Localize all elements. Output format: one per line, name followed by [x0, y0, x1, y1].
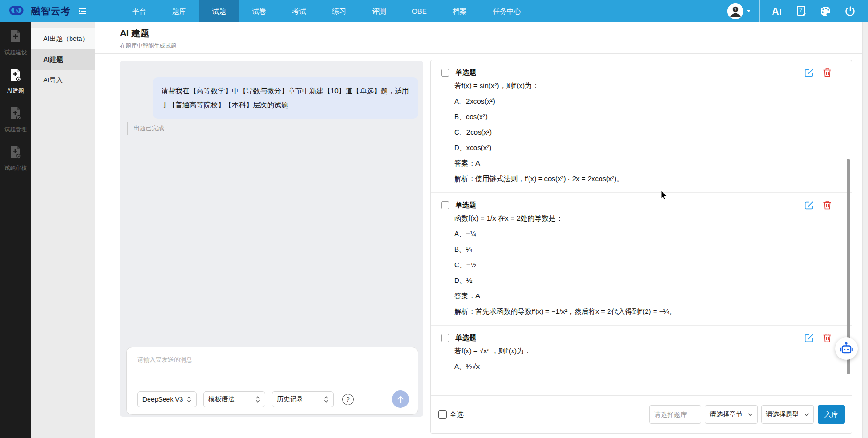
robot-icon [839, 341, 854, 356]
generated-questions-panel: 单选题 若f(x) = sin(x²)，则f′ [430, 60, 852, 434]
brand-title: 融智云考 [31, 5, 71, 17]
question-option: D、½ [454, 272, 842, 288]
chevron-updown-icon [187, 396, 191, 403]
select-all-label: 全选 [450, 410, 464, 419]
doc-plus-shield-icon [9, 145, 22, 161]
question-analysis: 解析：首先求函数的导数f′(x) = −1/x²，然后将x = 2代入得到f′(… [454, 303, 842, 319]
question-stem: 若f(x) = √x³ ，则f′(x)为： [454, 343, 842, 358]
chevron-down-icon [746, 10, 751, 15]
sidebar-item-question-review[interactable]: 试题审核 [0, 141, 31, 176]
power-logout-icon[interactable] [838, 0, 862, 22]
collapse-menu-icon[interactable] [78, 8, 87, 15]
question-stem: 若f(x) = sin(x²)，则f′(x)为： [454, 78, 842, 93]
nav-evaluation[interactable]: 评测 [359, 0, 399, 22]
edit-icon[interactable] [804, 200, 814, 210]
doc-plus-icon [9, 29, 22, 45]
nav-question-bank[interactable]: 题库 [159, 0, 199, 22]
question-option: A、2xcos(x²) [454, 93, 842, 109]
page-title: AI 建题 [120, 27, 149, 40]
question-checkbox[interactable] [441, 69, 449, 77]
template-syntax-select[interactable]: 模板语法 [203, 391, 265, 407]
avatar: ? [727, 3, 743, 19]
sidebar-item-label: 试题管理 [4, 126, 27, 134]
question-card: 单选题 函数f(x) = 1/x 在x = 2 [431, 193, 852, 326]
submenu-item-ai-build[interactable]: AI建题 [31, 49, 95, 70]
question-option: D、xcos(x²) [454, 140, 842, 155]
question-checkbox[interactable] [441, 201, 449, 209]
top-nav-items: 平台 题库 试题 试卷 考试 练习 评测 OBE 档案 任务中心 [119, 0, 534, 22]
delete-icon[interactable] [823, 333, 832, 343]
page-subtitle: 在题库中智能生成试题 [120, 42, 176, 50]
doc-plus-check-icon [9, 106, 22, 122]
delete-icon[interactable] [823, 200, 832, 210]
nav-archives[interactable]: 档案 [440, 0, 480, 22]
footer-controls: 请选择章节 请选择题型 入库 [649, 405, 845, 424]
model-select-value: DeepSeek V3 [142, 396, 183, 403]
window-scrollbar[interactable] [862, 22, 868, 438]
chat-panel: 请帮我在【高等数学】中【导数与微分】章节中新建【10】道【单选】题，适用于【普通… [120, 61, 423, 417]
sidebar-item-label: AI建题 [7, 87, 24, 95]
question-footer-bar: 全选 请选择章节 请选择题型 入库 [431, 395, 852, 433]
import-to-bank-button[interactable]: 入库 [818, 405, 845, 424]
question-card: 单选题 若f(x) = sin(x²)，则f′ [431, 60, 852, 193]
help-icon[interactable]: ? [342, 394, 354, 405]
select-all-checkbox[interactable] [438, 410, 447, 419]
ai-assistant-button[interactable]: Ai [765, 0, 789, 22]
chat-toolbars: DeepSeek V3 模板语法 历史记录 [137, 391, 354, 407]
logo-icon [8, 2, 24, 20]
question-option: B、¼ [454, 241, 842, 257]
question-option: A、³⁄₂√x [454, 358, 842, 374]
select-all-control[interactable]: 全选 [438, 410, 464, 419]
svg-text:?: ? [799, 7, 802, 13]
nav-exams[interactable]: 考试 [279, 0, 319, 22]
delete-icon[interactable] [823, 68, 832, 78]
help-doc-icon[interactable]: ? [789, 0, 813, 22]
nav-task-center[interactable]: 任务中心 [480, 0, 534, 22]
ai-submenu: AI出题（beta） AI建题 AI导入 [31, 22, 95, 438]
template-select-value: 模板语法 [208, 395, 235, 404]
submenu-item-ai-generate-beta[interactable]: AI出题（beta） [31, 28, 95, 49]
question-answer: 答案：A [454, 288, 842, 303]
edit-icon[interactable] [804, 68, 814, 78]
nav-practice[interactable]: 练习 [319, 0, 359, 22]
chevron-down-icon [804, 413, 809, 416]
model-select[interactable]: DeepSeek V3 [137, 391, 197, 407]
question-analysis: 解析：使用链式法则，f′(x) = cos(x²) · 2x = 2xcos(x… [454, 171, 842, 186]
nav-questions[interactable]: 试题 [199, 0, 239, 22]
chapter-select[interactable]: 请选择章节 [705, 405, 758, 424]
nav-obe[interactable]: OBE [399, 0, 440, 22]
submenu-item-ai-import[interactable]: AI导入 [31, 70, 95, 90]
question-option: B、cos(x²) [454, 109, 842, 124]
doc-plus-gear-icon [9, 68, 22, 84]
nav-platform[interactable]: 平台 [119, 0, 159, 22]
sidebar-item-label: 试题建设 [4, 48, 27, 56]
question-list: 单选题 若f(x) = sin(x²)，则f′ [431, 60, 852, 395]
history-select[interactable]: 历史记录 [272, 391, 334, 407]
sidebar-item-question-management[interactable]: 试题管理 [0, 102, 31, 138]
nav-papers[interactable]: 试卷 [239, 0, 279, 22]
sidebar-item-ai-question[interactable]: AI建题 [0, 64, 31, 99]
question-stem: 函数f(x) = 1/x 在x = 2处的导数是： [454, 210, 842, 226]
message-input[interactable] [137, 356, 407, 384]
chapter-select-value: 请选择章节 [710, 410, 742, 419]
question-type-label: 单选题 [455, 334, 476, 342]
theme-palette-icon[interactable] [813, 0, 838, 22]
sidebar-item-question-building[interactable]: 试题建设 [0, 25, 31, 61]
bank-select-input[interactable] [649, 405, 701, 424]
history-select-value: 历史记录 [277, 395, 303, 404]
send-button[interactable] [392, 390, 409, 408]
svg-text:?: ? [734, 8, 737, 12]
question-type-select[interactable]: 请选择题型 [761, 405, 814, 424]
question-checkbox[interactable] [441, 334, 449, 342]
question-option: A、−¼ [454, 226, 842, 241]
edit-icon[interactable] [804, 333, 814, 343]
robot-assistant-button[interactable] [835, 337, 858, 360]
question-card: 单选题 若f(x) = √x³ ，则f′(x) [431, 326, 852, 380]
app-window: 融智云考 平台 题库 试题 试卷 考试 练习 评测 [0, 0, 868, 438]
sidebar-item-label: 试题审核 [4, 164, 27, 172]
page-header: AI 建题 在题库中智能生成试题 [95, 22, 868, 54]
question-option: C、2cos(x²) [454, 124, 842, 140]
chat-input-card: DeepSeek V3 模板语法 历史记录 [126, 347, 418, 415]
user-avatar-menu[interactable]: ? [727, 3, 751, 19]
user-message-bubble: 请帮我在【高等数学】中【导数与微分】章节中新建【10】道【单选】题，适用于【普通… [153, 77, 418, 119]
